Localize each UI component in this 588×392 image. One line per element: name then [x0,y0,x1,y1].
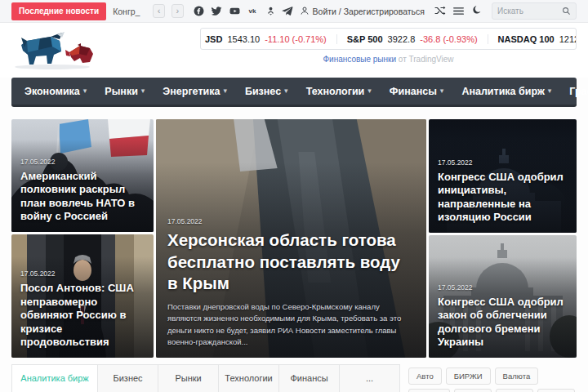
ticker-value: 3922.8 [388,34,416,44]
search-input[interactable] [497,7,562,16]
login-button[interactable]: Войти / Зарегистрироваться [300,6,425,17]
chevron-down-icon: ▾ [548,87,552,95]
utility-icons [434,4,482,19]
article-date: 17.05.2022 [20,270,145,278]
search-box [492,2,577,20]
svg-text:vk: vk [248,7,256,15]
chevron-down-icon: ▾ [284,87,288,95]
center-column: 17.05.2022 Херсонская область готова бес… [156,119,426,358]
chevron-down-icon: ▾ [368,87,372,95]
article-card[interactable]: 17.05.2022 Посол Антонов: США неправомер… [11,234,154,358]
ticker-symbol: S&P 500 [347,34,383,44]
article-title: Конгресс США одобрил закон об облегчении… [438,296,568,350]
news-ticker-text: Конгр_ [113,7,140,16]
ticker-value: 12126.1 [559,34,577,44]
featured-articles-grid: 17.05.2022 Американский полковник раскры… [11,119,577,358]
nav-item-energy[interactable]: Энергетика▾ [163,86,227,97]
article-date: 17.05.2022 [438,158,568,167]
bottom-section: Аналитика бирж Бизнес Рынки Технологии Ф… [11,364,577,392]
right-column: 17.05.2022 Конгресс США одобрил инициати… [429,119,577,358]
nav-item-business[interactable]: Бизнес▾ [245,86,288,97]
shuffle-icon[interactable] [434,4,446,19]
tag-chip[interactable]: Золото [408,389,450,392]
facebook-icon[interactable] [194,6,204,16]
article-date: 17.05.2022 [167,217,415,225]
search-icon[interactable] [562,4,571,19]
chevron-down-icon: ▾ [141,87,145,95]
login-label: Войти / Зарегистрироваться [313,7,425,16]
tag-chip[interactable]: Авто [408,368,442,385]
youtube-icon[interactable] [229,6,241,16]
article-card-main[interactable]: 17.05.2022 Херсонская область готова бес… [156,119,426,358]
left-column: 17.05.2022 Американский полковник раскры… [11,119,154,358]
ticker-symbol: JSD [205,34,222,44]
ticker-prev-button[interactable]: ‹ [153,4,165,18]
article-card[interactable]: 17.05.2022 Американский полковник раскры… [11,119,154,232]
article-date: 17.05.2022 [20,158,145,166]
financial-markets-link[interactable]: Финансовые рынки [323,55,396,64]
article-date: 17.05.2022 [438,283,568,292]
article-card[interactable]: 17.05.2022 Конгресс США одобрил закон об… [429,235,577,358]
chevron-down-icon: ▾ [223,87,227,95]
dark-mode-moon-icon[interactable] [471,4,482,19]
ticker-item: JSD 1543.10 -11.10 (-0.71%) [201,34,336,44]
odnoklassniki-icon[interactable] [266,6,275,16]
ticker-next-button[interactable]: › [172,4,184,18]
tag-chip[interactable]: БИРЖИ [446,368,491,385]
tradingview-caption: Финансовые рынки от TradingView [200,55,577,64]
social-icons: vk [194,6,293,16]
vk-icon[interactable]: vk [247,6,260,16]
tab-markets[interactable]: Рынки [158,364,219,392]
tag-chip[interactable] [454,389,492,392]
nav-item-economy[interactable]: Экономика▾ [24,86,87,97]
category-tabs: Аналитика бирж Бизнес Рынки Технологии Ф… [11,364,400,392]
nav-item-charts[interactable]: Графики▾ [569,86,588,97]
tradingview-ticker-widget[interactable]: JSD 1543.10 -11.10 (-0.71%) S&P 500 3922… [200,28,577,50]
chevron-down-icon: ▾ [83,87,87,95]
telegram-icon[interactable] [282,6,293,16]
tab-business[interactable]: Бизнес [98,364,158,392]
menu-icon[interactable] [453,4,464,19]
chevron-down-icon: ▾ [440,87,444,95]
tag-cloud: Авто БИРЖИ Валюта Золото [408,364,577,392]
nav-item-finance[interactable]: Финансы▾ [390,86,444,97]
article-title: Американский полковник раскрыл план вовл… [20,170,145,225]
ticker-item: NASDAQ 100 12126.1 -170.6 [488,34,577,44]
ticker-change: -11.10 (-0.71%) [265,34,327,44]
article-title: Херсонская область готова бесплатно пост… [167,229,415,295]
tab-more[interactable]: ... [340,364,400,392]
tag-chip[interactable] [496,389,533,392]
top-bar: Последние новости Конгр_ ‹ › vk Войти / … [0,0,588,23]
tab-technology[interactable]: Технологии [219,364,279,392]
article-title: Конгресс США одобрил инициативы, направл… [438,171,568,225]
nav-item-markets[interactable]: Рынки▾ [105,86,145,97]
tag-chip[interactable]: Валюта [495,368,539,385]
ticker-symbol: NASDAQ 100 [498,34,555,44]
user-icon [300,6,310,17]
article-card[interactable]: 17.05.2022 Конгресс США одобрил инициати… [429,119,577,233]
tab-finance[interactable]: Финансы [279,364,340,392]
tag-chip[interactable] [537,389,575,392]
article-excerpt: Поставки днепровской воды по Северо-Крым… [167,301,415,348]
site-header: JSD 1543.10 -11.10 (-0.71%) S&P 500 3922… [0,23,588,78]
article-title: Посол Антонов: США неправомерно обвиняют… [20,282,145,350]
nav-item-technology[interactable]: Технологии▾ [306,86,372,97]
main-nav: Экономика▾ Рынки▾ Энергетика▾ Бизнес▾ Те… [11,78,577,107]
site-logo-bull-bear[interactable] [11,27,96,74]
nav-item-exchange-analytics[interactable]: Аналитика бирж▾ [461,86,551,97]
ticker-value: 1543.10 [227,34,260,44]
caption-rest: от TradingView [399,55,454,64]
ticker-item: S&P 500 3922.8 -36.8 (-0.93%) [336,34,488,44]
tab-exchange-analytics[interactable]: Аналитика бирж [11,364,98,392]
latest-news-badge: Последние новости [11,2,106,20]
twitter-icon[interactable] [211,6,222,16]
ticker-change: -36.8 (-0.93%) [420,34,477,44]
